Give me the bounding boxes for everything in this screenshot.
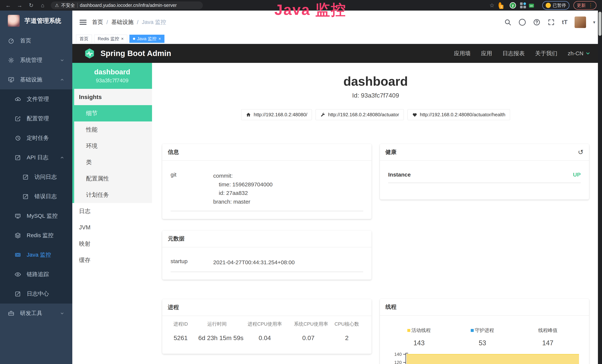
- sba-item-jvm[interactable]: JVM: [72, 219, 152, 236]
- tick-mark: [403, 354, 406, 354]
- reload-icon[interactable]: ↻: [26, 2, 36, 9]
- sba-language-select[interactable]: zh-CN: [568, 50, 591, 57]
- sba-item-environment[interactable]: 环境: [74, 138, 152, 154]
- close-icon[interactable]: ×: [158, 37, 161, 41]
- sba-item-details[interactable]: 细节: [74, 105, 152, 121]
- hamburger-icon[interactable]: [79, 18, 87, 26]
- app-logo-row[interactable]: 芋道管理系统: [0, 11, 72, 31]
- sba-brand[interactable]: Spring Boot Admin: [100, 49, 171, 58]
- card-title: 线程: [386, 303, 397, 311]
- extension-icon[interactable]: y: [510, 2, 516, 9]
- search-icon[interactable]: [504, 19, 512, 26]
- sba-instance-name: dashboard: [94, 68, 130, 76]
- help-icon[interactable]: [533, 19, 540, 26]
- sba-insights-section: Insights 细节 性能 环境 类 配置属性 计划任务: [72, 89, 152, 203]
- sba-body: dashboard 93a3fc7f7409 Insights 细节 性能 环境…: [72, 63, 602, 364]
- sba-instance-header[interactable]: dashboard 93a3fc7f7409: [72, 63, 152, 89]
- update-button[interactable]: 更新⋮: [573, 1, 596, 10]
- sidebar-item-config[interactable]: 配置管理: [0, 109, 72, 128]
- sidebar-item-redis[interactable]: Redis 监控: [0, 226, 72, 245]
- breadcrumb-home[interactable]: 首页: [92, 18, 103, 26]
- sidebar-item-home[interactable]: 首页: [0, 31, 72, 50]
- sidebar-item-label: 定时任务: [27, 134, 49, 142]
- sba-item-classes[interactable]: 类: [74, 154, 152, 171]
- browser-menu-icon[interactable]: ⋮: [588, 2, 593, 8]
- actuator-url-button[interactable]: http://192.168.0.2:48080/actuator: [316, 109, 404, 120]
- sba-item-scheduledtasks[interactable]: 计划任务: [74, 187, 152, 203]
- history-icon[interactable]: ↺: [578, 149, 583, 156]
- sidebar-item-trace[interactable]: 链路追踪: [0, 265, 72, 284]
- info-card: 信息 git commit: time: 1596289704000 id: 2…: [162, 144, 372, 219]
- status-badge: UP: [573, 171, 581, 178]
- text-size-icon[interactable]: tT: [562, 19, 568, 26]
- metadata-card: 元数据 startup 2021-04-27T00:44:31.254+08:0…: [162, 230, 372, 280]
- scrollbar-thumb[interactable]: [599, 12, 602, 36]
- breadcrumb-infra[interactable]: 基础设施: [111, 18, 133, 26]
- extension-icon[interactable]: 1: [499, 4, 502, 7]
- avatar-caret-icon[interactable]: ▾: [593, 20, 595, 25]
- url-text[interactable]: dashboard.yudao.iocoder.cn/infra/admin-s…: [80, 3, 177, 8]
- breadcrumb-separator: /: [137, 19, 138, 25]
- eye-icon: [14, 271, 21, 278]
- sidebar-item-label: 基础设施: [20, 76, 42, 84]
- fullscreen-icon[interactable]: [548, 19, 555, 26]
- sba-item-metrics[interactable]: 性能: [74, 121, 152, 138]
- sba-section-insights[interactable]: Insights: [74, 89, 152, 105]
- sba-nav-journal[interactable]: 日志报表: [502, 50, 525, 57]
- sba-nav-applications[interactable]: 应用: [481, 50, 492, 57]
- paused-badge[interactable]: 已暂停: [542, 1, 569, 10]
- divider: [171, 211, 363, 211]
- extension-badge: on: [529, 4, 534, 8]
- sidebar-item-label: 研发工具: [20, 310, 42, 317]
- sba-item-caches[interactable]: 缓存: [72, 252, 152, 268]
- y-axis-tick: 120: [386, 360, 402, 364]
- sidebar-item-java[interactable]: Java 监控: [0, 245, 72, 265]
- breadcrumb-separator: /: [107, 19, 108, 25]
- sidebar-item-dev[interactable]: 研发工具: [0, 304, 72, 323]
- divider: [388, 183, 581, 183]
- divider: [171, 272, 363, 272]
- sba-item-logs[interactable]: 日志: [72, 203, 152, 219]
- back-icon[interactable]: ←: [3, 2, 13, 9]
- scrollbar[interactable]: [598, 11, 602, 364]
- page-title: dashboard: [162, 74, 589, 88]
- close-icon[interactable]: ×: [121, 37, 124, 41]
- screen-icon: [14, 213, 21, 219]
- service-url-button[interactable]: http://192.168.0.2:48080/: [241, 109, 312, 120]
- security-label[interactable]: 不安全: [61, 2, 75, 8]
- sidebar-item-infra[interactable]: 基础设施: [0, 70, 72, 89]
- sba-item-mappings[interactable]: 映射: [72, 236, 152, 252]
- bookmark-star-icon[interactable]: ☆: [489, 2, 494, 9]
- address-bar[interactable]: ⚠ 不安全 dashboard.yudao.iocoder.cn/infra/a…: [51, 1, 203, 9]
- forward-icon[interactable]: →: [14, 2, 25, 9]
- avatar[interactable]: [575, 17, 586, 28]
- sidebar-item-job[interactable]: 定时任务: [0, 128, 72, 148]
- github-icon[interactable]: [519, 19, 526, 26]
- main-column: 首页 / 基础设施 / Java 监控 tT ▾ 首页 Redis 监控: [72, 11, 602, 364]
- tags-view: 首页 Redis 监控 × Java 监控 ×: [72, 34, 602, 44]
- chevron-up-icon: [60, 155, 64, 160]
- extension-icon[interactable]: [520, 2, 526, 8]
- browser-home-icon[interactable]: ⌂: [37, 2, 48, 9]
- tab-home[interactable]: 首页: [76, 35, 92, 43]
- sidebar-item-apilog[interactable]: API 日志: [0, 148, 72, 167]
- sidebar-item-file[interactable]: 文件管理: [0, 89, 72, 109]
- sba-item-configprops[interactable]: 配置属性: [74, 171, 152, 187]
- sidebar-item-logcenter[interactable]: 日志中心: [0, 284, 72, 304]
- update-label: 更新: [577, 2, 586, 8]
- tab-java[interactable]: Java 监控 ×: [129, 35, 164, 43]
- sidebar-item-label: 首页: [20, 37, 31, 44]
- health-card: 健康 ↺ Instance UP: [380, 144, 589, 200]
- health-url-button[interactable]: http://192.168.0.2:48080/actuator/health: [408, 109, 510, 120]
- sidebar-item-accesslog[interactable]: 访问日志: [0, 167, 72, 187]
- legend-label: 活动线程: [411, 327, 431, 334]
- sidebar-item-system[interactable]: 系统管理: [0, 50, 72, 70]
- process-pid: 5261: [163, 334, 198, 342]
- sidebar-item-mysql[interactable]: MySQL 监控: [0, 206, 72, 226]
- sba-nav-about[interactable]: 关于我们: [535, 50, 557, 57]
- sidebar-item-errorlog[interactable]: 错误日志: [0, 187, 72, 206]
- metadata-value: 2021-04-27T00:44:31.254+08:00: [213, 258, 295, 267]
- sba-header: Spring Boot Admin 应用墙 应用 日志报表 关于我们 zh-CN: [72, 44, 602, 63]
- sba-nav-wall[interactable]: 应用墙: [454, 50, 471, 57]
- tab-redis[interactable]: Redis 监控 ×: [94, 35, 127, 43]
